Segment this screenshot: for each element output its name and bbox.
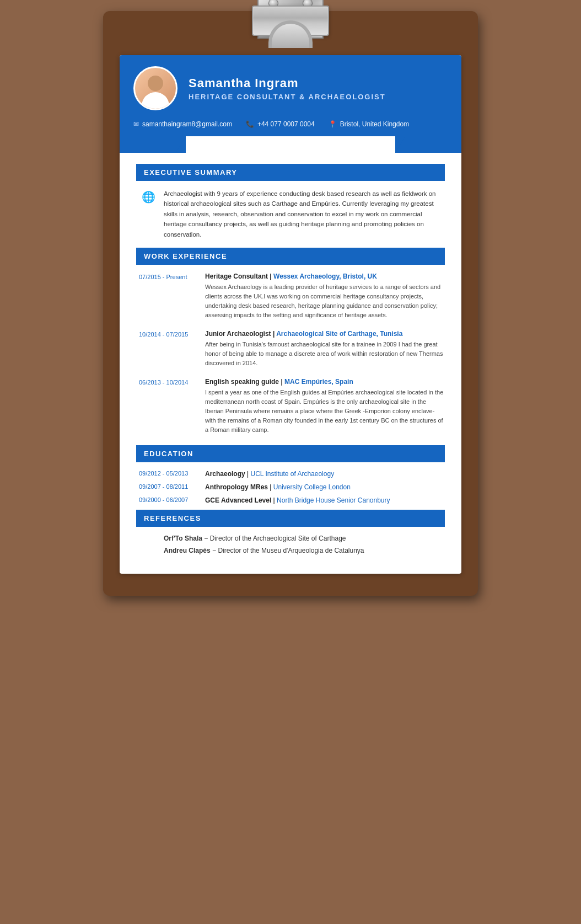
edu-details-3: GCE Advanced Level | North Bridge House … [205, 496, 445, 504]
candidate-title: Heritage Consultant & Archaeologist [189, 93, 448, 101]
edu-details-2: Anthropology MRes | University College L… [205, 483, 445, 491]
references-header: REFERENCES [136, 510, 445, 527]
header-info: Samantha Ingram Heritage Consultant & Ar… [189, 76, 448, 101]
avatar-body [142, 92, 169, 109]
edu-item-1: 09/2012 - 05/2013 Archaeology | UCL Inst… [136, 470, 445, 478]
work-desc-1: Wessex Archaeology is a leading provider… [205, 282, 445, 320]
resume-paper: Samantha Ingram Heritage Consultant & Ar… [120, 55, 461, 574]
ref-role-2: Director of the Museu d'Arqueologia de C… [218, 547, 364, 554]
education-section: EDUCATION 09/2012 - 05/2013 Archaeology … [136, 445, 445, 504]
edu-details-1: Archaeology | UCL Institute of Archaeolo… [205, 470, 445, 478]
education-header: EDUCATION [136, 445, 445, 462]
executive-summary-section: EXECUTIVE SUMMARY 🌐 Archaeologist with 9… [136, 164, 445, 239]
edu-item-2: 09/2007 - 08/2011 Anthropology MRes | Un… [136, 483, 445, 491]
clipboard-board: Samantha Ingram Heritage Consultant & Ar… [103, 11, 478, 596]
work-item-2: 10/2014 - 07/2015 Junior Archaeologist |… [136, 330, 445, 368]
work-date-2: 10/2014 - 07/2015 [139, 330, 197, 368]
work-item-1: 07/2015 - Present Heritage Consultant | … [136, 273, 445, 320]
work-title-3: English speaking guide | MAC Empúries, S… [205, 378, 445, 386]
email-icon: ✉ [133, 120, 139, 128]
contact-phone: 📞 +44 077 0007 0004 [246, 120, 315, 128]
reference-item-2: Andreu Clapés − Director of the Museu d'… [136, 547, 445, 554]
avatar-head [148, 76, 163, 91]
reference-item-1: Orf'To Shala − Director of the Archaeolo… [136, 535, 445, 542]
references-section: REFERENCES Orf'To Shala − Director of th… [136, 510, 445, 554]
work-details-1: Heritage Consultant | Wessex Archaeology… [205, 273, 445, 320]
executive-summary-content: 🌐 Archaeologist with 9 years of experien… [136, 189, 445, 239]
resume-body: EXECUTIVE SUMMARY 🌐 Archaeologist with 9… [120, 153, 461, 574]
work-title-2: Junior Archaeologist | Archaeological Si… [205, 330, 445, 338]
clip-arch [268, 20, 313, 48]
ribbon-tabs [120, 136, 461, 153]
edu-item-3: 09/2000 - 06/2007 GCE Advanced Level | N… [136, 496, 445, 504]
location-text: Bristol, United Kingdom [340, 120, 409, 128]
ref-role-1: Director of the Archaeological Site of C… [210, 535, 346, 542]
work-details-2: Junior Archaeologist | Archaeological Si… [205, 330, 445, 368]
avatar-silhouette [139, 76, 172, 109]
work-experience-section: WORK EXPERIENCE 07/2015 - Present Herita… [136, 248, 445, 435]
work-details-3: English speaking guide | MAC Empúries, S… [205, 378, 445, 435]
work-date-1: 07/2015 - Present [139, 273, 197, 320]
contact-bar: ✉ samanthaingram8@gmail.com 📞 +44 077 00… [133, 116, 448, 128]
clipboard-clip [246, 0, 335, 61]
candidate-name: Samantha Ingram [189, 76, 448, 90]
work-date-3: 06/2013 - 10/2014 [139, 378, 197, 435]
work-desc-3: I spent a year as one of the English gui… [205, 388, 445, 435]
edu-date-1: 09/2012 - 05/2013 [139, 470, 197, 478]
phone-text: +44 077 0007 0004 [257, 120, 315, 128]
work-item-3: 06/2013 - 10/2014 English speaking guide… [136, 378, 445, 435]
location-icon: 📍 [329, 120, 337, 128]
edu-date-3: 09/2000 - 06/2007 [139, 496, 197, 504]
ribbon-gap [186, 136, 395, 153]
clip-bar [252, 6, 329, 36]
header-top: Samantha Ingram Heritage Consultant & Ar… [133, 66, 448, 110]
email-text: samanthaingram8@gmail.com [142, 120, 232, 128]
contact-email: ✉ samanthaingram8@gmail.com [133, 120, 232, 128]
work-title-1: Heritage Consultant | Wessex Archaeology… [205, 273, 445, 280]
work-desc-2: After being in Tunisia's famoust archaeo… [205, 340, 445, 368]
phone-icon: 📞 [246, 120, 254, 128]
clipboard-container: Samantha Ingram Heritage Consultant & Ar… [103, 11, 478, 596]
avatar [133, 66, 177, 110]
work-experience-header: WORK EXPERIENCE [136, 248, 445, 265]
executive-summary-header: EXECUTIVE SUMMARY [136, 164, 445, 181]
summary-text: Archaeologist with 9 years of experience… [164, 189, 445, 239]
ribbon-right [395, 136, 461, 153]
summary-icon: 🌐 [142, 190, 155, 204]
edu-date-2: 09/2007 - 08/2011 [139, 483, 197, 491]
contact-location: 📍 Bristol, United Kingdom [329, 120, 409, 128]
resume-header: Samantha Ingram Heritage Consultant & Ar… [120, 55, 461, 136]
ribbon-left [120, 136, 186, 153]
